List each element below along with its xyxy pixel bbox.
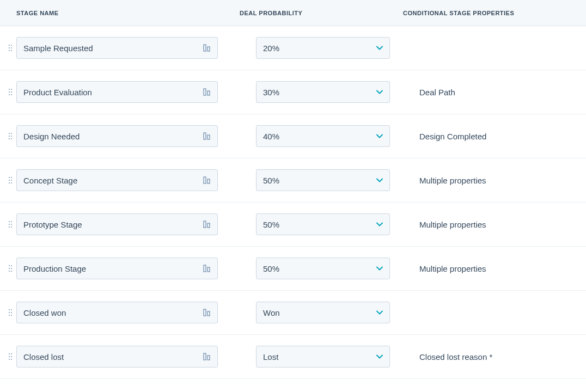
table-row: Product Evaluation 30% Dea — [0, 70, 586, 114]
probability-select[interactable]: 50% — [256, 169, 390, 191]
table-row: Production Stage 50% Multi — [0, 247, 586, 291]
drag-dots-icon — [8, 176, 13, 184]
probability-select[interactable]: 20% — [256, 37, 390, 59]
table-row: Closed won Won — [0, 291, 586, 335]
svg-rect-1 — [207, 47, 210, 51]
probability-value: 50% — [263, 176, 376, 185]
svg-rect-13 — [207, 311, 210, 316]
probability-select[interactable]: 50% — [256, 258, 390, 279]
svg-rect-8 — [204, 221, 206, 228]
table-row: Prototype Stage 50% Multip — [0, 203, 586, 247]
probability-select[interactable]: Lost — [256, 346, 390, 367]
probability-select[interactable]: 50% — [256, 213, 390, 235]
caret-down-icon — [376, 354, 383, 359]
conditional-properties-cell: Multiple properties — [419, 220, 586, 229]
stage-name-text: Closed lost — [23, 352, 203, 362]
drag-handle[interactable] — [0, 309, 16, 316]
conditional-properties-text: Multiple properties — [419, 220, 486, 229]
table-row: Design Needed 40% Design C — [0, 114, 586, 158]
stage-name-text: Prototype Stage — [23, 220, 203, 229]
conditional-properties-cell: Multiple properties — [419, 264, 586, 273]
internal-id-icon[interactable] — [203, 353, 211, 360]
svg-rect-5 — [207, 135, 210, 139]
table-row: Closed lost Lost Closed lo — [0, 335, 586, 379]
probability-select[interactable]: 40% — [256, 125, 390, 147]
probability-value: 40% — [263, 132, 376, 141]
internal-id-icon[interactable] — [203, 309, 211, 316]
table-header-row: STAGE NAME DEAL PROBABILITY CONDITIONAL … — [0, 0, 586, 26]
conditional-properties-cell: Deal Path — [419, 88, 586, 97]
conditional-properties-text: Deal Path — [419, 88, 455, 97]
drag-handle[interactable] — [0, 44, 16, 52]
stage-name-input[interactable]: Product Evaluation — [16, 81, 218, 103]
stage-name-text: Concept Stage — [23, 176, 203, 185]
drag-handle[interactable] — [0, 88, 16, 96]
svg-rect-10 — [204, 265, 206, 272]
stage-name-input[interactable]: Prototype Stage — [16, 213, 218, 235]
svg-rect-7 — [207, 179, 210, 183]
stage-name-text: Sample Requested — [23, 44, 203, 53]
svg-rect-2 — [204, 89, 206, 95]
stage-name-input[interactable]: Concept Stage — [16, 169, 218, 191]
drag-handle[interactable] — [0, 265, 16, 272]
svg-rect-12 — [204, 309, 206, 316]
internal-id-icon[interactable] — [203, 44, 211, 52]
table-row: Sample Requested 20% — [0, 26, 586, 70]
caret-down-icon — [376, 134, 383, 138]
pipeline-stages-table: STAGE NAME DEAL PROBABILITY CONDITIONAL … — [0, 0, 586, 379]
probability-select[interactable]: Won — [256, 302, 390, 323]
svg-rect-3 — [207, 91, 210, 95]
stage-name-input[interactable]: Design Needed — [16, 125, 218, 147]
conditional-properties-cell: Design Completed — [419, 132, 586, 141]
stage-name-text: Design Needed — [23, 132, 203, 141]
drag-handle[interactable] — [0, 176, 16, 184]
caret-down-icon — [376, 222, 383, 226]
stage-name-input[interactable]: Closed won — [16, 302, 218, 323]
conditional-properties-text: Multiple properties — [419, 264, 486, 273]
svg-rect-15 — [207, 356, 210, 360]
drag-handle[interactable] — [0, 353, 16, 360]
header-deal-probability: DEAL PROBABILITY — [240, 10, 403, 16]
internal-id-icon[interactable] — [203, 176, 211, 184]
internal-id-icon[interactable] — [203, 220, 211, 228]
table-row: Concept Stage 50% Multiple — [0, 158, 586, 203]
conditional-properties-text: Multiple properties — [419, 176, 486, 185]
probability-value: 50% — [263, 264, 376, 273]
internal-id-icon[interactable] — [203, 265, 211, 272]
stage-name-text: Closed won — [23, 308, 203, 317]
drag-dots-icon — [8, 44, 13, 52]
stages-body: Sample Requested 20% — [0, 26, 586, 379]
stage-name-text: Product Evaluation — [23, 88, 203, 97]
internal-id-icon[interactable] — [203, 132, 211, 140]
stage-name-input[interactable]: Production Stage — [16, 258, 218, 279]
stage-name-input[interactable]: Sample Requested — [16, 37, 218, 59]
drag-dots-icon — [8, 132, 13, 140]
svg-rect-11 — [207, 267, 210, 272]
conditional-properties-cell: Multiple properties — [419, 176, 586, 185]
probability-value: Won — [263, 308, 376, 317]
drag-dots-icon — [8, 353, 13, 360]
probability-value: Lost — [263, 352, 376, 362]
drag-dots-icon — [8, 265, 13, 272]
header-stage-name: STAGE NAME — [0, 10, 240, 16]
caret-down-icon — [376, 266, 383, 271]
svg-rect-6 — [204, 177, 206, 183]
conditional-properties-text: Design Completed — [419, 132, 486, 141]
probability-select[interactable]: 30% — [256, 81, 390, 103]
caret-down-icon — [376, 310, 383, 315]
svg-rect-0 — [204, 45, 206, 51]
drag-dots-icon — [8, 220, 13, 228]
drag-dots-icon — [8, 309, 13, 316]
header-conditional-properties: CONDITIONAL STAGE PROPERTIES — [403, 10, 586, 16]
stage-name-text: Production Stage — [23, 264, 203, 273]
stage-name-input[interactable]: Closed lost — [16, 346, 218, 367]
drag-dots-icon — [8, 88, 13, 96]
conditional-properties-cell: Closed lost reason * — [419, 352, 586, 362]
drag-handle[interactable] — [0, 220, 16, 228]
caret-down-icon — [376, 178, 383, 182]
svg-rect-14 — [204, 353, 206, 360]
drag-handle[interactable] — [0, 132, 16, 140]
internal-id-icon[interactable] — [203, 88, 211, 96]
probability-value: 50% — [263, 220, 376, 229]
caret-down-icon — [376, 46, 383, 50]
